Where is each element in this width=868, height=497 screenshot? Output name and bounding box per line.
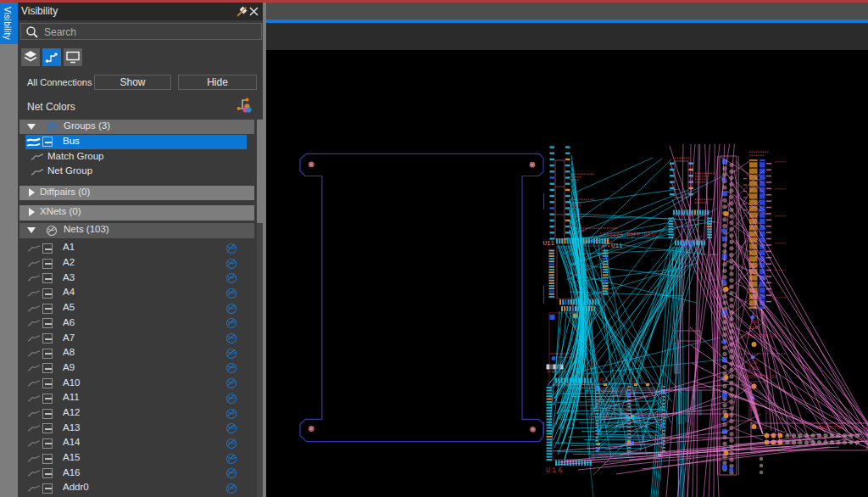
- svg-text:U16: U16: [546, 466, 564, 475]
- svg-text:C8: C8: [751, 360, 758, 366]
- svg-text:U11: U11: [543, 240, 555, 247]
